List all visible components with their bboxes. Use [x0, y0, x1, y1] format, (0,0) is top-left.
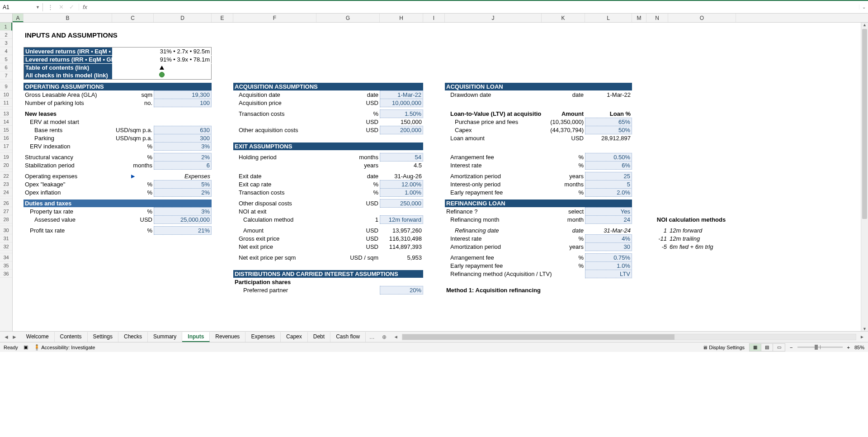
stabilization-input[interactable]: 6 [154, 161, 212, 170]
spreadsheet-cells[interactable]: INPUTS AND ASSUMPTIONS Unlevered returns… [13, 23, 861, 331]
row-header[interactable]: 10 [0, 90, 12, 99]
name-box[interactable]: A1 ▼ [0, 3, 43, 11]
row-header[interactable]: 34 [0, 253, 12, 261]
row-header[interactable]: 31 [0, 234, 12, 242]
formula-input[interactable] [91, 6, 859, 8]
vertical-scrollbar[interactable]: ▲ ▼ [861, 23, 868, 331]
scroll-down-icon[interactable]: ▼ [861, 327, 868, 331]
sheet-tab-summary[interactable]: Summary [148, 332, 182, 342]
row-header[interactable]: 1 [0, 23, 12, 31]
cancel-icon[interactable]: ✕ [59, 4, 64, 10]
row-header[interactable]: 16 [0, 134, 12, 142]
acq-tc-input[interactable]: 1.50% [380, 109, 423, 118]
zoom-level[interactable]: 85% [854, 345, 864, 350]
row-header[interactable]: 23 [0, 180, 12, 188]
col-header-K[interactable]: K [542, 14, 585, 22]
row-header[interactable]: 4 [0, 47, 12, 55]
name-box-dropdown-icon[interactable]: ▼ [36, 5, 40, 10]
accessibility-status[interactable]: 🧍 Accessibility: Investigate [33, 344, 95, 351]
macro-record-icon[interactable]: ▣ [24, 344, 28, 350]
row-header[interactable]: 9 [0, 82, 12, 90]
row-header[interactable]: 5 [0, 55, 12, 63]
new-sheet-button[interactable]: ⊕ [378, 332, 390, 342]
row-header[interactable]: 15 [0, 126, 12, 134]
refi-erp-input[interactable]: 1.0% [585, 261, 632, 270]
property-tax-input[interactable]: 3% [154, 207, 212, 216]
sheet-tab-settings[interactable]: Settings [88, 332, 118, 342]
col-header-A[interactable]: A [13, 14, 24, 22]
display-settings-button[interactable]: 🖥 Display Settings [703, 345, 745, 350]
row-header[interactable]: 35 [0, 261, 12, 270]
loan-arr-fee-input[interactable]: 0.50% [585, 153, 632, 162]
row-header[interactable]: 28 [0, 215, 12, 223]
zoom-in-button[interactable]: + [847, 345, 850, 350]
sheet-tab-checks[interactable]: Checks [118, 332, 148, 342]
preferred-partner-input[interactable]: 20% [380, 286, 423, 294]
refi-select-input[interactable]: Yes [585, 207, 632, 216]
col-header-O[interactable]: O [668, 14, 736, 22]
parking-erv-input[interactable]: 300 [154, 134, 212, 142]
tab-next-icon[interactable]: ► [12, 334, 17, 340]
sheet-tab-capex[interactable]: Capex [281, 332, 308, 342]
refi-method-input[interactable]: LTV [585, 270, 632, 278]
col-header-N[interactable]: N [646, 14, 668, 22]
refi-amort-input[interactable]: 30 [585, 242, 632, 251]
base-rents-input[interactable]: 630 [154, 126, 212, 134]
fx-icon[interactable]: fx [79, 4, 91, 10]
opex-play-icon[interactable]: ▶ [112, 172, 154, 180]
row-header[interactable]: 14 [0, 118, 12, 126]
loan-int-rate-input[interactable]: 6% [585, 161, 632, 170]
select-all-corner[interactable] [0, 14, 13, 22]
parking-lots-input[interactable]: 100 [154, 99, 212, 107]
dropdown-split-icon[interactable]: ⋮ [47, 4, 53, 10]
opex-inflation-input[interactable]: 2% [154, 188, 212, 197]
tab-prev-icon[interactable]: ◄ [4, 334, 9, 340]
zoom-out-button[interactable]: − [790, 345, 793, 350]
ltv-purchase-pct-input[interactable]: 65% [585, 118, 632, 126]
sheet-tab-expenses[interactable]: Expenses [245, 332, 281, 342]
acq-date-input[interactable]: 1-Mar-22 [380, 90, 423, 99]
row-header[interactable]: 7 [0, 71, 12, 80]
hscroll-left-icon[interactable]: ◄ [392, 334, 400, 339]
row-header[interactable]: 17 [0, 142, 12, 150]
col-header-F[interactable]: F [233, 14, 316, 22]
exit-odc-input[interactable]: 250,000 [380, 199, 423, 208]
row-header[interactable]: 30 [0, 226, 12, 234]
row-header[interactable]: 19 [0, 153, 12, 161]
toc-link[interactable]: Table of contents (link) [24, 64, 112, 71]
sheet-tab-inputs[interactable]: Inputs [182, 332, 210, 342]
enter-icon[interactable]: ✓ [69, 4, 74, 10]
gla-input[interactable]: 19,300 [154, 90, 212, 99]
assessed-value-input[interactable]: 25,000,000 [154, 215, 212, 224]
sheet-tab-revenues[interactable]: Revenues [210, 332, 245, 342]
row-header[interactable]: 26 [0, 199, 12, 207]
erv-index-input[interactable]: 3% [154, 142, 212, 151]
formula-bar-expand-icon[interactable]: ⌄ [859, 5, 868, 10]
col-header-I[interactable]: I [423, 14, 445, 22]
hscroll-thumb[interactable] [402, 334, 675, 340]
loan-amort-input[interactable]: 25 [585, 172, 632, 180]
refi-int-input[interactable]: 4% [585, 234, 632, 243]
row-header[interactable]: 20 [0, 161, 12, 169]
sheet-tab-debt[interactable]: Debt [308, 332, 330, 342]
row-header[interactable]: 27 [0, 207, 12, 215]
sheet-tab-welcome[interactable]: Welcome [21, 332, 55, 342]
col-header-M[interactable]: M [632, 14, 646, 22]
scrollbar-thumb[interactable] [862, 29, 867, 219]
row-header[interactable]: 24 [0, 188, 12, 196]
row-header[interactable]: 11 [0, 99, 12, 107]
col-header-L[interactable]: L [585, 14, 632, 22]
exit-cap-input[interactable]: 12.00% [380, 180, 423, 189]
row-header[interactable]: 6 [0, 63, 12, 71]
sheet-tab-contents[interactable]: Contents [55, 332, 88, 342]
horizontal-scrollbar[interactable] [402, 334, 856, 340]
normal-view-button[interactable]: ▦ [750, 344, 761, 351]
loan-io-input[interactable]: 5 [585, 180, 632, 189]
col-header-B[interactable]: B [24, 14, 112, 22]
holding-period-input[interactable]: 54 [380, 153, 423, 162]
col-header-J[interactable]: J [445, 14, 542, 22]
row-header[interactable]: 2 [0, 31, 12, 39]
ltv-capex-pct-input[interactable]: 50% [585, 126, 632, 134]
col-header-D[interactable]: D [154, 14, 212, 22]
row-header[interactable]: 22 [0, 172, 12, 180]
